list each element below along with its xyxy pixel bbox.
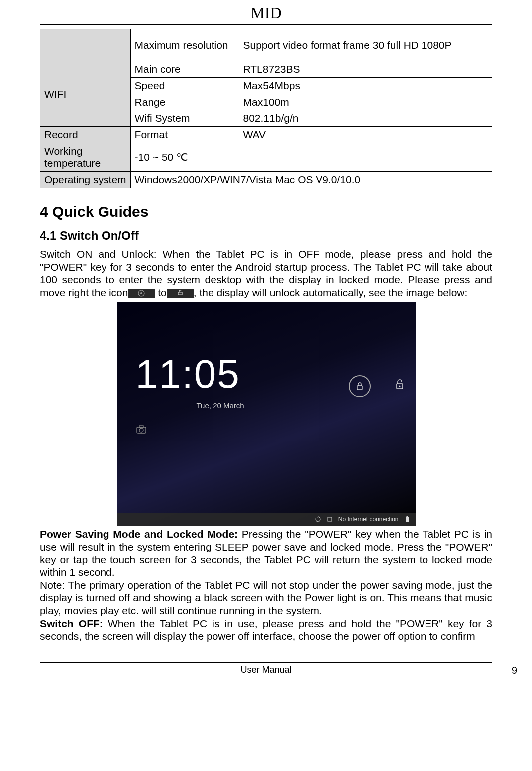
spec-value: Support video format frame 30 full HD 10… xyxy=(239,29,492,61)
table-row: Record Format WAV xyxy=(40,127,492,143)
svg-point-5 xyxy=(139,428,143,432)
label-power-saving: Power Saving Mode and Locked Mode: xyxy=(40,528,242,540)
paragraph-power-saving: Power Saving Mode and Locked Mode: Press… xyxy=(40,528,492,578)
section-quick-guides: 4 Quick Guides xyxy=(40,203,492,220)
paragraph-note: Note: The primary operation of the Table… xyxy=(40,579,492,617)
header-divider xyxy=(40,24,492,25)
paragraph-switch-off: Switch OFF: When the Tablet PC is in use… xyxy=(40,617,492,643)
text-switch-on-mid: to xyxy=(155,287,166,298)
battery-icon xyxy=(404,516,411,523)
sync-icon xyxy=(315,516,321,523)
text-switch-on-part2: , the display will unlock automatically,… xyxy=(194,287,468,298)
settings-icon xyxy=(326,516,333,523)
spec-key: Wifi System xyxy=(130,110,239,127)
svg-rect-11 xyxy=(406,517,409,522)
label-switch-off: Switch OFF: xyxy=(40,618,108,629)
table-row: Maximum resolution Support video format … xyxy=(40,29,492,61)
spec-category-os: Operating system xyxy=(40,172,131,188)
page-footer: User Manual 9 xyxy=(40,662,492,678)
table-row: WIFI Main core RTL8723BS xyxy=(40,61,492,78)
spec-value: Max100m xyxy=(239,94,492,110)
status-text: No Internet connection xyxy=(338,516,399,523)
spec-key: Main core xyxy=(130,61,239,78)
subsection-switch-onoff: 4.1 Switch On/Off xyxy=(40,229,492,243)
unlock-target-icon xyxy=(393,377,407,393)
svg-rect-10 xyxy=(328,517,332,521)
svg-point-2 xyxy=(140,292,142,294)
svg-rect-12 xyxy=(406,516,408,517)
table-row: Working temperature -10 ~ 50 ℃ xyxy=(40,143,492,172)
spec-key: Speed xyxy=(130,78,239,94)
footer-title: User Manual xyxy=(240,665,291,675)
lockscreen-time: 11:05 xyxy=(136,351,240,397)
spec-value: RTL8723BS xyxy=(239,61,492,78)
spec-category-record: Record xyxy=(40,127,131,143)
paragraph-switch-on: Switch ON and Unlock: When the Tablet PC… xyxy=(40,248,492,299)
spec-key: Range xyxy=(130,94,239,110)
lockscreen-date: Tue, 20 March xyxy=(197,401,244,410)
spec-value: -10 ~ 50 ℃ xyxy=(130,143,492,172)
spec-category-blank xyxy=(40,29,131,61)
spec-category-wifi: WIFI xyxy=(40,61,131,127)
unlock-slot-icon xyxy=(167,289,194,298)
camera-icon xyxy=(136,424,147,435)
svg-rect-6 xyxy=(139,426,143,428)
spec-value: Windows2000/XP/WIN7/Vista Mac OS V9.0/10… xyxy=(130,172,492,188)
svg-rect-7 xyxy=(357,386,362,390)
spec-key: Maximum resolution xyxy=(130,29,239,61)
table-row: Operating system Windows2000/XP/WIN7/Vis… xyxy=(40,172,492,188)
svg-point-9 xyxy=(399,386,400,387)
lock-drag-handle-icon xyxy=(349,375,371,397)
status-bar: No Internet connection xyxy=(117,513,416,526)
spec-value: 802.11b/g/n xyxy=(239,110,492,127)
spec-value: WAV xyxy=(239,127,492,143)
page-header: MID xyxy=(40,0,492,24)
spec-key: Format xyxy=(130,127,239,143)
spec-category-temp: Working temperature xyxy=(40,143,131,172)
page-number: 9 xyxy=(512,665,517,676)
spec-table: Maximum resolution Support video format … xyxy=(40,29,492,188)
lockscreen-image: 11:05 Tue, 20 March xyxy=(117,302,416,526)
spec-value: Max54Mbps xyxy=(239,78,492,94)
text-switch-off: When the Tablet PC is in use, please pre… xyxy=(40,618,492,642)
lock-circle-icon xyxy=(128,289,155,298)
